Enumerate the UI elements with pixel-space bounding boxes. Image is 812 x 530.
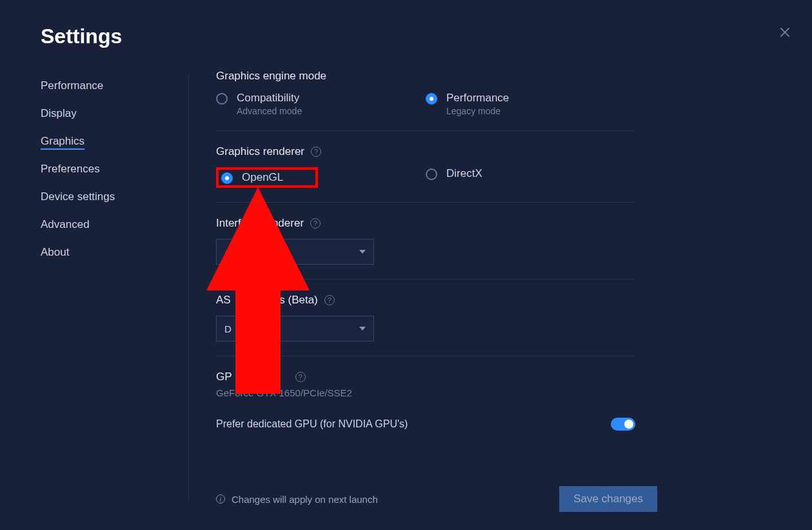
sidebar-item-device-settings[interactable]: Device settings	[41, 185, 188, 209]
chevron-down-icon	[359, 250, 366, 254]
annotation-highlight-box: OpenGL	[216, 167, 318, 188]
chevron-down-icon	[359, 327, 366, 331]
section-astc: AS es (Beta) ? D	[216, 294, 635, 356]
radio-icon	[426, 168, 437, 180]
radio-compatibility[interactable]: Compatibility Advanced mode	[216, 92, 426, 116]
help-icon[interactable]: ?	[324, 295, 335, 305]
close-button[interactable]	[778, 26, 794, 41]
section-gpu: GP ? GeForce GTX 1650/PCIe/SSE2 Prefer d…	[216, 371, 635, 445]
astc-title: AS es (Beta)	[216, 294, 318, 307]
help-icon[interactable]: ?	[310, 218, 321, 229]
astc-dropdown[interactable]: D	[216, 316, 374, 341]
sidebar-item-advanced[interactable]: Advanced	[41, 213, 188, 236]
radio-sublabel: Advanced mode	[237, 106, 302, 116]
radio-icon	[216, 93, 228, 105]
close-icon	[778, 26, 791, 39]
info-icon: i	[216, 494, 225, 504]
section-renderer: Graphics renderer ? OpenGL DirectX	[216, 145, 635, 203]
radio-icon	[426, 93, 437, 105]
save-button[interactable]: Save changes	[559, 486, 657, 512]
dropdown-value: D	[224, 323, 232, 334]
radio-directx[interactable]: DirectX	[426, 167, 635, 188]
section-engine-mode: Graphics engine mode Compatibility Advan…	[216, 70, 635, 131]
help-icon[interactable]: ?	[295, 372, 306, 382]
section-interface-renderer: Interf renderer ? A	[216, 217, 635, 280]
sidebar-item-about[interactable]: About	[41, 241, 188, 264]
footer-notice: i Changes will apply on next launch	[216, 494, 378, 505]
radio-label: OpenGL	[242, 171, 283, 184]
sidebar-item-preferences[interactable]: Preferences	[41, 158, 188, 181]
sidebar-item-performance[interactable]: Performance	[41, 74, 188, 97]
main-panel: Graphics engine mode Compatibility Advan…	[216, 70, 635, 459]
interface-renderer-title: Interf renderer	[216, 217, 304, 230]
sidebar: Performance Display Graphics Preferences…	[41, 74, 189, 500]
gpu-title: GP	[216, 371, 232, 383]
radio-sublabel: Legacy mode	[446, 106, 509, 116]
radio-label: Compatibility	[237, 92, 302, 105]
radio-label: DirectX	[446, 167, 482, 180]
radio-label: Performance	[446, 92, 509, 105]
radio-opengl[interactable]: OpenGL	[216, 167, 426, 188]
renderer-title: Graphics renderer	[216, 145, 304, 158]
gpu-prefer-toggle[interactable]	[611, 418, 635, 431]
help-icon[interactable]: ?	[311, 147, 321, 157]
page-title: Settings	[41, 25, 122, 48]
radio-icon	[221, 172, 233, 184]
dropdown-value: A	[224, 247, 231, 258]
footer: i Changes will apply on next launch Save…	[216, 486, 657, 512]
engine-mode-title: Graphics engine mode	[216, 70, 635, 83]
sidebar-item-graphics[interactable]: Graphics	[41, 130, 188, 153]
interface-renderer-dropdown[interactable]: A	[216, 239, 374, 265]
radio-performance[interactable]: Performance Legacy mode	[426, 92, 635, 116]
gpu-prefer-label: Prefer dedicated GPU (for NVIDIA GPU's)	[216, 418, 408, 430]
sidebar-item-display[interactable]: Display	[41, 102, 188, 125]
gpu-name: GeForce GTX 1650/PCIe/SSE2	[216, 387, 635, 398]
